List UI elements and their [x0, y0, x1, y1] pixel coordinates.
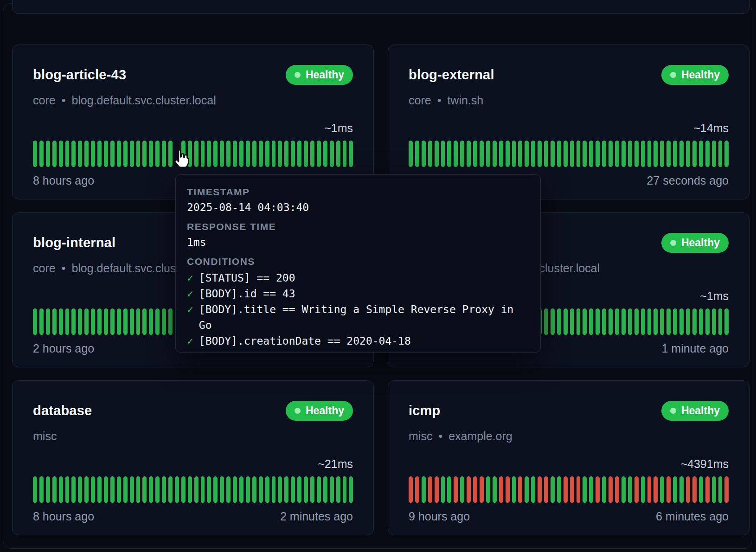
status-bar[interactable]	[679, 308, 684, 335]
status-bar[interactable]	[91, 476, 95, 503]
status-bar[interactable]	[39, 476, 44, 503]
status-bar[interactable]	[213, 141, 218, 167]
status-bar[interactable]	[33, 476, 37, 503]
status-bar[interactable]	[213, 476, 218, 503]
status-bar[interactable]	[583, 308, 587, 335]
status-bar[interactable]	[110, 141, 115, 167]
status-bar[interactable]	[278, 476, 282, 503]
status-bar[interactable]	[506, 476, 510, 503]
status-bar[interactable]	[343, 141, 347, 167]
status-bar[interactable]	[602, 308, 606, 335]
status-bar[interactable]	[59, 308, 63, 335]
status-bar[interactable]	[596, 476, 600, 503]
status-bar[interactable]	[673, 476, 677, 503]
status-bar[interactable]	[97, 308, 102, 335]
status-bar[interactable]	[647, 141, 652, 167]
status-bar[interactable]	[91, 141, 95, 167]
status-bar[interactable]	[712, 308, 716, 335]
status-bar[interactable]	[692, 476, 697, 503]
status-bar[interactable]	[570, 141, 574, 167]
status-bar[interactable]	[104, 141, 108, 167]
status-bar[interactable]	[272, 476, 276, 503]
status-bar[interactable]	[493, 141, 497, 167]
status-bar[interactable]	[660, 476, 664, 503]
endpoint-card-icmp[interactable]: icmp Healthy misc • example.org ~4391ms …	[388, 380, 750, 535]
status-bar[interactable]	[84, 308, 89, 335]
status-bar[interactable]	[168, 476, 173, 503]
status-bar[interactable]	[467, 476, 471, 503]
status-bar[interactable]	[155, 141, 160, 167]
status-bar[interactable]	[641, 308, 645, 335]
status-bar[interactable]	[117, 308, 121, 335]
status-bar[interactable]	[506, 141, 510, 167]
status-bar[interactable]	[65, 141, 70, 167]
status-bar[interactable]	[336, 476, 340, 503]
status-bar[interactable]	[278, 141, 282, 167]
status-bar[interactable]	[718, 141, 723, 167]
status-bar[interactable]	[577, 308, 581, 335]
status-bar[interactable]	[441, 141, 445, 167]
status-bar[interactable]	[265, 476, 269, 503]
status-bar[interactable]	[155, 476, 160, 503]
status-bar[interactable]	[557, 476, 561, 503]
status-bar[interactable]	[641, 141, 645, 167]
status-bar[interactable]	[628, 308, 632, 335]
status-bar[interactable]	[84, 141, 89, 167]
status-bar[interactable]	[52, 141, 57, 167]
status-bar[interactable]	[155, 308, 160, 335]
status-bar[interactable]	[653, 141, 658, 167]
status-bar[interactable]	[435, 141, 439, 167]
status-bar[interactable]	[422, 476, 426, 503]
status-bar[interactable]	[415, 476, 419, 503]
status-bar[interactable]	[149, 308, 153, 335]
status-bar[interactable]	[486, 141, 490, 167]
status-bar[interactable]	[162, 476, 166, 503]
status-bar[interactable]	[538, 476, 542, 503]
status-bar[interactable]	[564, 308, 568, 335]
status-bar[interactable]	[583, 141, 587, 167]
status-bar[interactable]	[441, 476, 445, 503]
status-bar[interactable]	[679, 476, 684, 503]
status-bar[interactable]	[718, 308, 723, 335]
status-bar[interactable]	[343, 476, 347, 503]
status-bar[interactable]	[226, 141, 231, 167]
status-bar[interactable]	[666, 308, 671, 335]
status-bar[interactable]	[544, 141, 548, 167]
status-bar[interactable]	[265, 141, 269, 167]
status-bar[interactable]	[724, 476, 729, 503]
status-bar[interactable]	[130, 476, 134, 503]
status-bar[interactable]	[33, 141, 37, 167]
status-bar[interactable]	[570, 308, 574, 335]
status-bar[interactable]	[544, 476, 548, 503]
status-bar[interactable]	[621, 308, 626, 335]
status-bar[interactable]	[104, 308, 108, 335]
status-bar[interactable]	[428, 476, 432, 503]
status-bar[interactable]	[71, 141, 76, 167]
status-bar[interactable]	[596, 141, 600, 167]
status-bar[interactable]	[207, 476, 211, 503]
status-bar[interactable]	[589, 308, 593, 335]
status-bar[interactable]	[531, 476, 535, 503]
status-bar[interactable]	[686, 141, 690, 167]
status-bar[interactable]	[454, 476, 458, 503]
status-bar[interactable]	[284, 141, 288, 167]
status-bar[interactable]	[117, 141, 121, 167]
status-bar[interactable]	[149, 476, 153, 503]
status-bar[interactable]	[252, 141, 256, 167]
status-bar[interactable]	[323, 476, 327, 503]
status-bar[interactable]	[78, 476, 82, 503]
status-bar[interactable]	[647, 308, 652, 335]
status-bar[interactable]	[699, 141, 703, 167]
status-bar[interactable]	[349, 476, 353, 503]
status-bar[interactable]	[330, 141, 334, 167]
status-bar[interactable]	[518, 141, 522, 167]
status-bar[interactable]	[194, 476, 199, 503]
status-bar[interactable]	[564, 476, 568, 503]
status-bar[interactable]	[291, 141, 295, 167]
status-bar[interactable]	[104, 476, 108, 503]
status-bar[interactable]	[226, 476, 231, 503]
status-bar[interactable]	[512, 476, 516, 503]
status-bar[interactable]	[207, 141, 211, 167]
status-bar[interactable]	[577, 141, 581, 167]
status-bar[interactable]	[692, 141, 697, 167]
